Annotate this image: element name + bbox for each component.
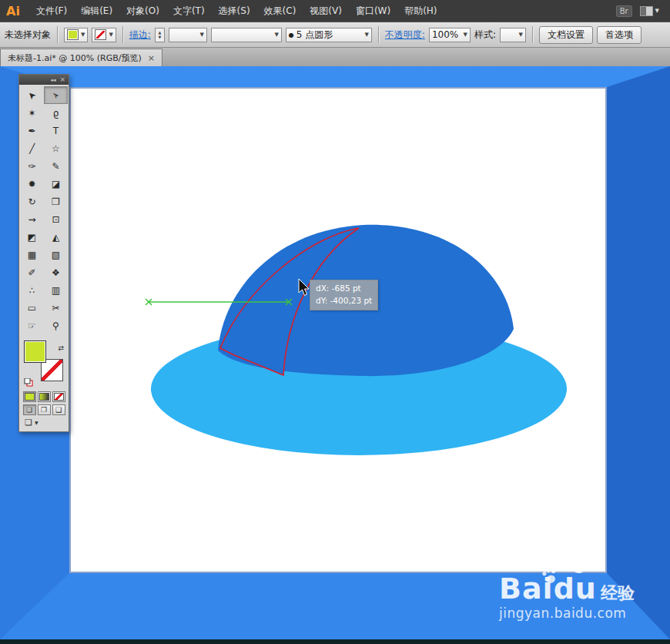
eraser-tool[interactable]: ◪ [44,175,68,193]
width-profile-select[interactable]: ▼ [211,28,282,42]
watermark-url: jingyan.baidu.com [499,605,635,621]
style-select[interactable]: ▼ [500,28,526,42]
draw-normal-button[interactable]: ❏ [23,404,36,415]
watermark: Baidu经验 jingyan.baidu.com [499,572,635,621]
menu-bar: Ai 文件(F) 编辑(E) 对象(O) 文字(T) 选择(S) 效果(C) 视… [0,0,670,22]
menu-item-object[interactable]: 对象(O) [119,0,166,22]
magic-wand-tool[interactable]: ✶ [20,104,44,122]
chevron-down-icon: ▼ [274,32,278,38]
draw-inside-button[interactable]: ❑ [52,404,65,415]
gradient-button[interactable] [38,391,51,402]
blob-brush-tool[interactable]: ✹ [20,175,44,193]
draw-behind-button[interactable]: ❐ [38,404,51,415]
perspective-grid-tool[interactable]: ◭ [44,228,68,246]
close-panel-icon[interactable]: × [59,76,65,83]
menu-item-file[interactable]: 文件(F) [29,0,74,22]
line-tool[interactable]: ╱ [20,139,44,157]
fill-swatch-icon [67,29,79,40]
chevron-down-icon: ▼ [519,32,523,38]
preferences-button[interactable]: 首选项 [597,26,642,44]
blend-tool[interactable]: ❖ [44,263,68,281]
zoom-tool[interactable]: ⚲ [44,317,68,334]
workspace-switcher[interactable]: ▼ [640,6,659,16]
type-tool[interactable]: T [44,122,68,139]
gradient-tool[interactable]: ▧ [44,246,68,263]
bridge-button[interactable]: Br [616,5,632,17]
free-transform-tool[interactable]: ⊡ [44,210,68,228]
control-bar: 未选择对象 ▼ ▼ 描边: ▲ ▼ ▼ ▼ ● 5 点圆形 ▼ 不透明度: 10… [0,22,670,48]
opacity-value: 100% [432,29,458,40]
tooltip-dx: dX: -685 pt [316,283,372,295]
paintbrush-tool[interactable]: ✑ [20,157,44,175]
opacity-link[interactable]: 不透明度: [385,29,425,42]
menu-item-select[interactable]: 选择(S) [212,0,257,22]
slice-tool[interactable]: ✂ [44,299,68,317]
document-title: 未标题-1.ai* @ 100% (RGB/预览) [8,52,142,64]
mesh-tool[interactable]: ▦ [20,246,44,263]
tooltip-dy: dY: -400,23 pt [316,295,372,307]
hand-tool[interactable]: ☞ [20,317,44,334]
fill-swatch[interactable] [24,340,46,363]
graph-tool[interactable]: ▥ [44,281,68,299]
pencil-tool[interactable]: ✎ [44,157,68,175]
stroke-panel-link[interactable]: 描边: [129,29,151,42]
direct-selection-tool[interactable]: ➢ [44,86,68,104]
canvas-region: dX: -685 pt dY: -400,23 pt Baidu经验 jingy… [0,66,670,639]
document-setup-button[interactable]: 文档设置 [539,26,593,44]
drawing-mode-buttons: ❏ ❐ ❑ [19,404,69,415]
symbol-sprayer-tool[interactable]: ∴ [20,281,44,299]
brush-dot-icon: ● [289,32,294,39]
document-tab[interactable]: 未标题-1.ai* @ 100% (RGB/预览) × [0,49,162,66]
opacity-select[interactable]: 100% ▼ [429,28,471,42]
separator [378,26,379,43]
solid-color-icon [25,393,35,401]
color-type-buttons [19,391,69,402]
separator [57,26,58,43]
blue-frame [0,66,670,639]
menu-item-type[interactable]: 文字(T) [166,0,212,22]
chevron-down-icon: ▼ [364,32,368,38]
tools-panel-header[interactable]: ◂◂ × [19,75,69,85]
watermark-suffix: 经验 [601,583,635,602]
menu-item-help[interactable]: 帮助(H) [397,0,444,22]
measure-tooltip: dX: -685 pt dY: -400,23 pt [310,280,378,310]
tools-panel: ◂◂ × ➤ ➢ ✶ ϱ ✒ T ╱ ☆ ✑ ✎ ✹ ◪ ↻ ❐ ⇝ ⊡ ◩ ◭… [18,74,69,432]
pen-tool[interactable]: ✒ [20,122,44,139]
watermark-brand: Baidu [499,572,597,605]
none-icon [54,393,64,401]
separator [532,26,533,43]
width-tool[interactable]: ⇝ [20,210,44,228]
none-button[interactable] [52,391,65,402]
menu-item-edit[interactable]: 编辑(E) [74,0,119,22]
chevron-down-icon: ▼ [199,32,203,38]
menu-item-view[interactable]: 视图(V) [303,0,349,22]
chevron-down-icon: ▼ [463,32,467,38]
gradient-icon [39,393,49,401]
brush-definition-select[interactable]: ● 5 点圆形 ▼ [286,28,372,42]
close-icon[interactable]: × [148,53,155,63]
artboard-tool[interactable]: ▭ [20,299,44,317]
screen-mode-button[interactable]: ❏ ▼ [25,418,69,428]
eyedropper-tool[interactable]: ✐ [20,263,44,281]
stroke-width-select[interactable]: ▼ [169,28,207,42]
chevron-down-icon: ▼ [81,32,85,38]
style-label: 样式: [474,29,496,42]
chevron-down-icon: ▼ [35,420,39,425]
collapse-panel-icon[interactable]: ◂◂ [50,77,55,83]
scale-tool[interactable]: ❐ [44,193,68,210]
stroke-width-stepper[interactable]: ▲ ▼ [155,28,165,42]
screen-mode-icon: ❏ [25,418,32,428]
workspace-icon [640,6,653,16]
shape-tool[interactable]: ☆ [44,139,68,157]
default-swatches-icon[interactable] [24,378,34,387]
fill-color-picker[interactable]: ▼ [64,28,88,42]
menu-item-window[interactable]: 窗口(W) [349,0,397,22]
color-button[interactable] [23,391,36,402]
stroke-color-picker[interactable]: ▼ [92,28,116,42]
swap-fill-stroke-icon[interactable]: ⇄ [58,344,64,352]
rotate-tool[interactable]: ↻ [20,193,44,210]
lasso-tool[interactable]: ϱ [44,104,68,122]
selection-tool[interactable]: ➤ [20,86,44,104]
menu-item-effect[interactable]: 效果(C) [257,0,303,22]
shape-builder-tool[interactable]: ◩ [20,228,44,246]
